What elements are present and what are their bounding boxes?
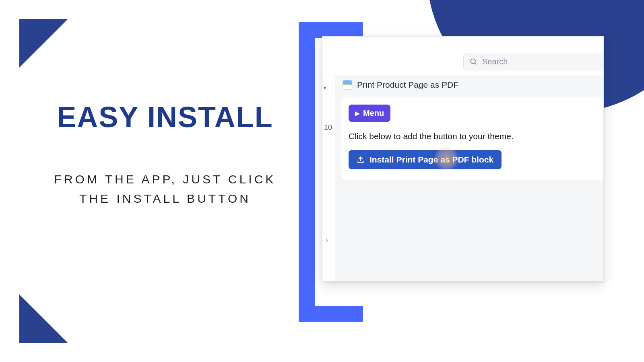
decorative-triangle-top-left [19,19,68,68]
app-title-row: Print Product Page as PDF [343,80,603,90]
dropdown-caret-button[interactable]: ▾ [322,81,332,95]
search-icon [469,58,477,66]
app-icon [343,80,352,90]
search-input[interactable]: Search [463,53,604,70]
svg-line-1 [475,63,477,65]
decorative-triangle-bottom-left [19,294,68,343]
badge-count: 10 [324,123,332,132]
install-button-label: Install Print Page as PDF block [369,155,493,165]
menu-button[interactable]: ▶ Menu [349,105,390,122]
play-icon: ▶ [355,110,360,117]
app-screenshot: Search ▾ 10 › Print Product Page as PDF … [322,36,604,282]
headline: EASY INSTALL [36,101,294,134]
main-card: ▶ Menu Click below to add the button to … [341,97,604,180]
install-button[interactable]: Install Print Page as PDF block [349,150,502,169]
menu-button-label: Menu [363,109,384,118]
instruction-text: Click below to add the button to your th… [349,132,604,141]
chevron-right-icon[interactable]: › [326,236,328,244]
upload-icon [357,156,365,164]
left-gutter [322,76,335,281]
svg-point-0 [471,59,475,64]
app-title: Print Product Page as PDF [357,80,458,90]
subheadline: FROM THE APP, JUST CLICK THE INSTALL BUT… [36,170,294,208]
search-placeholder: Search [482,57,508,66]
app-topbar: Search [322,37,603,76]
marketing-copy: EASY INSTALL FROM THE APP, JUST CLICK TH… [36,101,294,208]
